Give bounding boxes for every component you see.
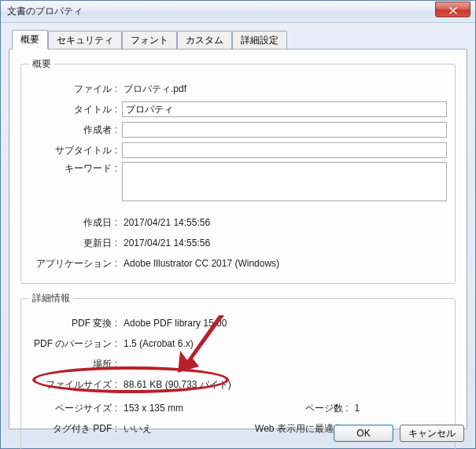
label-file-size: ファイルサイズ : — [29, 378, 117, 392]
tab-overview[interactable]: 概要 — [12, 30, 48, 50]
label-application: アプリケーション : — [29, 257, 117, 271]
dialog-button-bar: OK キャンセル — [334, 425, 464, 442]
value-tagged-pdf: いいえ — [124, 422, 152, 436]
value-page-size: 153 x 135 mm — [124, 403, 183, 414]
input-subtitle[interactable] — [122, 142, 447, 158]
client-area: 概要 セキュリティ フォント カスタム 詳細設定 概要 ファイル : プロパティ… — [1, 23, 475, 429]
tab-fonts[interactable]: フォント — [122, 31, 177, 50]
label-pdf-version: PDF のバージョン : — [29, 337, 117, 351]
label-tagged-pdf: タグ付き PDF : — [29, 422, 117, 436]
label-created: 作成日 : — [29, 216, 117, 230]
tab-custom[interactable]: カスタム — [177, 31, 232, 50]
tab-bar: 概要 セキュリティ フォント カスタム 詳細設定 — [12, 29, 467, 49]
label-page-count: ページ数 : — [238, 402, 349, 415]
ok-button[interactable]: OK — [334, 425, 393, 442]
input-author[interactable] — [122, 122, 447, 138]
label-keywords: キーワード : — [29, 162, 117, 175]
label-page-size: ページサイズ : — [29, 402, 117, 415]
tab-panel-overview: 概要 ファイル : プロパティ.pdf タイトル : 作成者 : サブタイトル … — [9, 49, 467, 429]
label-modified: 更新日 : — [29, 237, 117, 250]
value-application: Adobe Illustrator CC 2017 (Windows) — [124, 258, 279, 269]
label-location: 場所 : — [29, 358, 117, 371]
value-page-count: 1 — [355, 403, 360, 414]
label-fast-web: Web 表示用に最適化 : — [238, 422, 349, 436]
label-subtitle: サブタイトル : — [29, 144, 117, 157]
document-properties-window: 文書のプロパティ 概要 セキュリティ フォント カスタム 詳細設定 概要 ファイ… — [0, 0, 476, 449]
label-title: タイトル : — [29, 103, 117, 116]
close-button[interactable] — [435, 2, 470, 17]
input-title[interactable] — [122, 101, 447, 117]
value-modified: 2017/04/21 14:55:56 — [124, 237, 210, 248]
input-keywords[interactable] — [122, 162, 447, 201]
cancel-button[interactable]: キャンセル — [400, 425, 464, 442]
overview-legend: 概要 — [29, 57, 54, 71]
value-pdf-producer: Adobe PDF library 15.00 — [124, 318, 227, 329]
value-created: 2017/04/21 14:55:56 — [124, 217, 210, 228]
value-file-size: 88.61 KB (90,733 バイト) — [124, 378, 231, 392]
label-author: 作成者 : — [29, 123, 117, 137]
titlebar: 文書のプロパティ — [1, 1, 475, 23]
detail-legend: 詳細情報 — [29, 292, 73, 305]
close-icon — [449, 7, 457, 14]
tab-security[interactable]: セキュリティ — [48, 31, 122, 50]
overview-group: 概要 ファイル : プロパティ.pdf タイトル : 作成者 : サブタイトル … — [20, 57, 456, 284]
value-file: プロパティ.pdf — [124, 83, 186, 96]
window-title: 文書のプロパティ — [7, 5, 83, 18]
tab-advanced[interactable]: 詳細設定 — [232, 31, 287, 50]
value-pdf-version: 1.5 (Acrobat 6.x) — [124, 338, 194, 349]
label-file: ファイル : — [29, 83, 117, 96]
label-pdf-producer: PDF 変換 : — [29, 317, 117, 330]
